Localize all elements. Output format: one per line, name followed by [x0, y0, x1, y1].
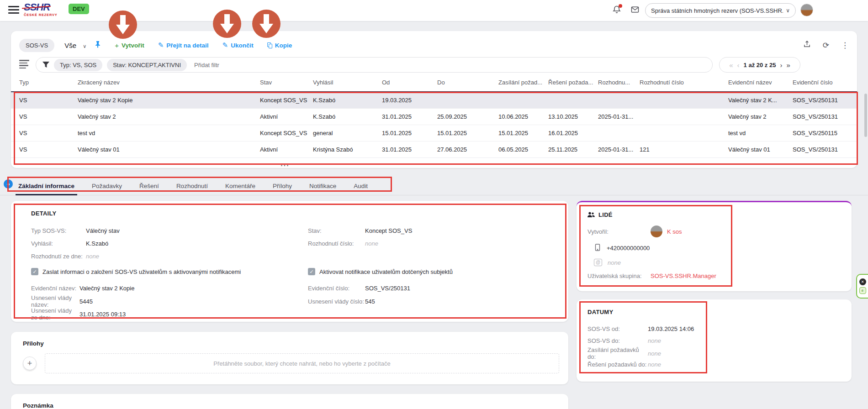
kebab-menu-icon[interactable]: ⋮	[841, 41, 849, 50]
column-header[interactable]: Do	[437, 79, 498, 86]
table-row[interactable]: VSValečný stav 2 KopieKoncept SOS_VSK.Sz…	[11, 92, 857, 109]
prev-page-icon[interactable]: ‹	[737, 61, 740, 69]
go-to-detail-button[interactable]: ✎ Přejít na detail	[158, 41, 209, 49]
column-header[interactable]: Vyhlásil	[313, 79, 382, 86]
copy-button[interactable]: Kopie	[267, 42, 292, 49]
user-avatar[interactable]	[800, 4, 813, 16]
table-row[interactable]: VSVálečný stav 01AktivníKristýna Szabó31…	[11, 142, 857, 158]
browser-extension-widget[interactable]: ✕ ě	[856, 274, 868, 299]
creator-link[interactable]: K sos	[667, 228, 682, 235]
column-header[interactable]: Řešení požada...	[548, 79, 598, 86]
logo-text: SSHR	[24, 2, 50, 12]
email-at-icon: @	[594, 259, 602, 266]
first-page-icon[interactable]: «	[729, 61, 733, 69]
tab-prilohy[interactable]: Přílohy	[273, 177, 292, 195]
add-filter-button[interactable]: Přidat filtr	[194, 62, 219, 68]
tab-pozadavky[interactable]: Požadavky	[92, 177, 122, 195]
pagination: « ‹ 1 až 20 z 25 › »	[719, 57, 800, 73]
detail-field-row: Evidenční název: Valečný stav 2 Kopie Ev…	[31, 282, 568, 294]
checkbox-label: Aktivovat notifikace uživatelům dotčenýc…	[319, 268, 453, 275]
tab-audit[interactable]: Audit	[354, 177, 368, 195]
people-icon	[587, 212, 595, 218]
extension-icon[interactable]: ✕	[859, 278, 866, 285]
note-title: Poznámka	[23, 402, 559, 409]
created-by-row: Vytvořil: K sos	[587, 225, 852, 237]
notifications-bell-icon[interactable]	[612, 5, 622, 15]
date-field-row: SOS-VS do: none	[587, 335, 852, 346]
column-header[interactable]: Evidenční název	[728, 79, 793, 86]
detail-field-row: Rozhodnutí ze dne: none	[31, 250, 568, 262]
column-header[interactable]: Zkrácený název	[78, 79, 260, 86]
column-header[interactable]: Od	[382, 79, 437, 86]
checkbox-checked-icon[interactable]: ✓	[31, 268, 38, 275]
view-selector[interactable]: Vše ∨	[64, 42, 86, 49]
tab-rozhodnuti[interactable]: Rozhodnutí	[176, 177, 208, 195]
sshr-logo[interactable]: SSHR ČESKÉ REZERVY	[24, 2, 65, 17]
user-group-row: Uživatelská skupina: SOS-VS.SSHR.Manager	[587, 273, 852, 279]
filter-row: Typ: VS, SOS Stav: KONCEPT,AKTIVNI Přida…	[19, 57, 849, 73]
tab-zakladni-informace[interactable]: Základní informace	[18, 177, 74, 195]
create-button[interactable]: + Vytvořit	[115, 42, 144, 49]
table-more-indicator[interactable]: ...	[11, 158, 559, 168]
people-title: LIDÉ	[598, 211, 613, 218]
detail-field-row: Typ SOS-VS: Válečný stav Stav: Koncept S…	[31, 224, 568, 237]
dates-section: DATUMY SOS-VS od: 19.03.2025 14:06 SOS-V…	[577, 299, 852, 382]
pencil-icon: ✎	[222, 41, 228, 49]
column-header[interactable]: Zasílání požad...	[498, 79, 548, 86]
pencil-icon: ✎	[158, 41, 164, 49]
hamburger-menu-icon[interactable]	[8, 6, 19, 14]
density-settings-icon[interactable]	[19, 60, 29, 70]
module-chip[interactable]: SOS-VS	[19, 39, 54, 52]
role-selector[interactable]: Správa státních hmotných rezerv (SOS-VS.…	[645, 3, 796, 18]
detail-field-row: Usnesení vlády název: 5445 Usnesení vlád…	[31, 294, 568, 307]
extension-icon[interactable]: ě	[859, 287, 866, 294]
next-page-icon[interactable]: ›	[780, 61, 782, 69]
date-field-row: Zasílání požadavků do: none	[587, 346, 852, 358]
date-field-row: SOS-VS od: 19.03.2025 14:06	[587, 323, 852, 335]
filter-funnel-icon	[42, 62, 49, 68]
refresh-icon[interactable]: ⟳	[823, 41, 829, 50]
table-row[interactable]: VSValečný stav 2AktivníK.Szabó31.01.2025…	[11, 109, 857, 125]
tab-notifikace[interactable]: Notifikace	[309, 177, 336, 195]
filter-chip-typ[interactable]: Typ: VS, SOS	[54, 59, 102, 71]
notification-checkboxes: ✓ Zaslat informaci o založení SOS-VS uži…	[31, 268, 568, 275]
checkbox-label: Zaslat informaci o založení SOS-VS uživa…	[42, 268, 241, 275]
detail-field-row: Usnesení vlády ze dne: 31.01.2025 09:13	[31, 307, 568, 320]
email-value: none	[608, 259, 621, 266]
environment-badge: DEV	[69, 4, 89, 14]
column-header[interactable]: Typ	[19, 79, 78, 86]
column-header[interactable]: Rozhodnu...	[598, 79, 640, 86]
email-row: @ none	[594, 259, 852, 266]
table-body: VSValečný stav 2 KopieKoncept SOS_VSK.Sz…	[11, 92, 857, 168]
column-header[interactable]: Evidenční číslo	[793, 79, 847, 86]
sos-vs-list-card: SOS-VS Vše ∨ + Vytvořit ✎ Přejít na deta…	[11, 31, 857, 168]
scrollbar-thumb[interactable]	[864, 94, 867, 137]
top-bar: SSHR ČESKÉ REZERVY DEV Správa státních h…	[0, 0, 868, 21]
column-header[interactable]: Stav	[260, 79, 313, 86]
list-toolbar: SOS-VS Vše ∨ + Vytvořit ✎ Přejít na deta…	[19, 37, 849, 54]
tab-reseni[interactable]: Řešení	[139, 177, 159, 195]
filter-bar[interactable]: Typ: VS, SOS Stav: KONCEPT,AKTIVNI Přida…	[36, 57, 713, 73]
column-header[interactable]: Rozhodnutí číslo	[640, 79, 728, 86]
finish-button[interactable]: ✎ Ukončit	[222, 41, 254, 49]
filter-chip-stav[interactable]: Stav: KONCEPT,AKTIVNI	[107, 59, 187, 71]
tab-komentare[interactable]: Komentáře	[225, 177, 255, 195]
creator-avatar[interactable]	[651, 225, 662, 237]
panel-toggle-icon[interactable]: ‹›	[4, 179, 13, 189]
logo-subtitle: ČESKÉ REZERVY	[24, 13, 65, 17]
notification-dot	[619, 4, 622, 8]
table-header-row: Typ Zkrácený název Stav Vyhlásil Od Do Z…	[11, 73, 857, 92]
export-icon[interactable]	[803, 40, 811, 50]
checkbox-checked-icon[interactable]: ✓	[308, 268, 315, 275]
file-dropzone[interactable]: Přetáhněte soubor, který chcete nahrát, …	[45, 353, 559, 373]
add-attachment-button[interactable]: +	[23, 357, 37, 370]
pin-icon[interactable]	[95, 41, 101, 50]
detail-field-row: Vyhlásil: K.Szabó Rozhodnutí číslo: none	[31, 237, 568, 250]
messages-mail-icon[interactable]	[630, 5, 640, 15]
last-page-icon[interactable]: »	[786, 61, 790, 69]
table-row[interactable]: VStest vdKoncept SOS_VSgeneral15.01.2025…	[11, 125, 857, 142]
view-selector-label: Vše	[64, 42, 76, 49]
user-group-link[interactable]: SOS-VS.SSHR.Manager	[651, 273, 716, 279]
chevron-down-icon: ∨	[786, 7, 790, 14]
details-section: DETAILY Typ SOS-VS: Válečný stav Stav: K…	[11, 201, 568, 322]
